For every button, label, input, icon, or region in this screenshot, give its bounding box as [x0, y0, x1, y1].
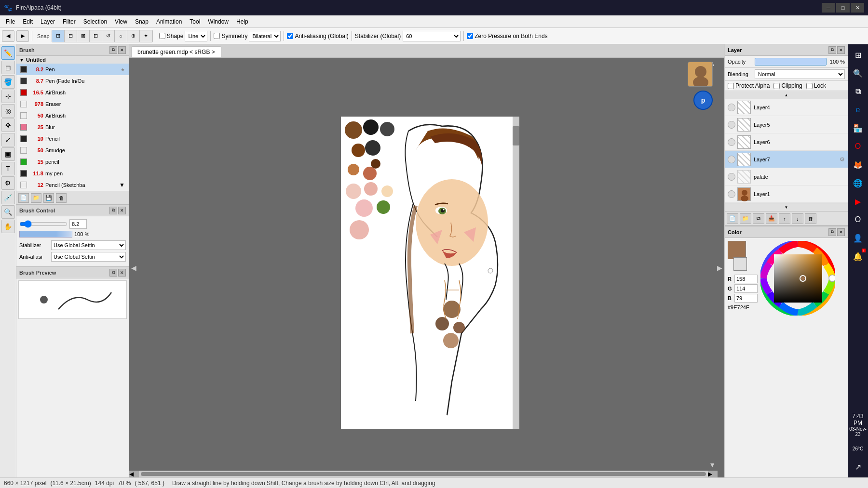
titlebar-controls[interactable]: ─ □ ✕: [822, 3, 864, 13]
brush-folder-button[interactable]: 📁: [31, 193, 41, 203]
canvas-scroll-area[interactable]: ◀ ▶ ▲ ▼ p: [129, 58, 724, 477]
share-button[interactable]: ↗: [849, 458, 867, 475]
canvas-drawing[interactable]: [341, 117, 513, 429]
brand-logo-button[interactable]: p: [693, 91, 713, 110]
zoom-tool[interactable]: 🔍: [1, 205, 15, 219]
lock-check[interactable]: [806, 83, 813, 89]
snap-btn-1[interactable]: ⊞: [52, 30, 65, 42]
symmetry-check[interactable]: [214, 33, 220, 39]
brush-item-4[interactable]: 50 AirBrush: [16, 110, 129, 121]
canvas-scroll-right[interactable]: ▶: [717, 264, 722, 272]
layer-eye-layer6[interactable]: [728, 138, 735, 146]
opera-gx-button[interactable]: O: [849, 211, 867, 228]
antialias-check[interactable]: [287, 33, 293, 39]
menu-file[interactable]: File: [2, 17, 19, 26]
menu-snap[interactable]: Snap: [131, 17, 152, 26]
brush-delete-button[interactable]: 🗑: [56, 193, 67, 203]
layer-duplicate-button[interactable]: ⧉: [753, 213, 764, 224]
weather-button[interactable]: 26°C: [849, 440, 867, 457]
brush-item-9[interactable]: 11.8 my pen: [16, 168, 129, 179]
color-wheel-container[interactable]: [760, 241, 838, 318]
snap-btn-8[interactable]: ✦: [140, 30, 152, 42]
menu-help[interactable]: Help: [232, 17, 252, 26]
layer-panel-close[interactable]: ✕: [837, 46, 845, 54]
b-input[interactable]: [734, 294, 758, 303]
canvas-scroll-left[interactable]: ◀: [131, 264, 136, 272]
brush-item-8[interactable]: 15 pencil: [16, 156, 129, 168]
vscrollbar-thumb[interactable]: [513, 126, 519, 145]
bg-color-swatch[interactable]: [733, 257, 747, 271]
snap-btn-7[interactable]: ⊕: [127, 30, 140, 42]
stabilizer-select[interactable]: 60: [403, 31, 461, 41]
layer-move-down-button[interactable]: ↓: [792, 213, 803, 224]
brush-panel-expand[interactable]: ⧉: [109, 46, 117, 54]
layer-move-up-button[interactable]: ↑: [779, 213, 790, 224]
gradient-tool[interactable]: ▣: [1, 147, 15, 161]
hand-tool[interactable]: ✋: [1, 220, 15, 233]
antialias-dropdown[interactable]: Use Global Settin: [51, 252, 126, 262]
snap-btn-2[interactable]: ⊟: [65, 30, 77, 42]
hscrollbar-thumb[interactable]: [141, 472, 706, 476]
brush-size-slider[interactable]: [19, 219, 68, 229]
color-panel-close[interactable]: ✕: [837, 228, 845, 236]
layer-scroll-down[interactable]: ▼: [725, 203, 848, 211]
layer-item-layer1[interactable]: Layer1: [725, 185, 848, 203]
menu-layer[interactable]: Layer: [37, 17, 59, 26]
snap-btn-4[interactable]: ⊡: [90, 30, 102, 42]
brush-group-header[interactable]: ▼ Untitled: [16, 56, 129, 64]
task-view-button[interactable]: ⧉: [849, 83, 867, 100]
color-panel-expand[interactable]: ⧉: [828, 228, 836, 236]
canvas-scroll-down[interactable]: ▼: [709, 461, 716, 469]
layer-scroll-up[interactable]: ▲: [725, 91, 848, 99]
layer-item-layer5[interactable]: Layer5: [725, 116, 848, 133]
symmetry-select[interactable]: Bilateral: [249, 31, 281, 41]
brush-item-1[interactable]: 8.7 Pen (Fade In/Ou: [16, 75, 129, 87]
brush-size-value[interactable]: [69, 219, 87, 229]
edge-browser-button[interactable]: e: [849, 101, 867, 119]
layer-item-palate[interactable]: palate: [725, 168, 848, 185]
brush-control-expand[interactable]: ⧉: [109, 207, 117, 214]
layer-import-button[interactable]: 📥: [766, 213, 777, 224]
maximize-button[interactable]: □: [836, 3, 850, 13]
text-tool[interactable]: T: [1, 162, 15, 175]
menu-window[interactable]: Window: [204, 17, 232, 26]
brush-opacity-bar[interactable]: [19, 231, 72, 237]
layer-eye-layer7[interactable]: [728, 156, 735, 163]
eyedropper-tool[interactable]: 💉: [1, 191, 15, 204]
layer-item-layer4[interactable]: Layer4: [725, 99, 848, 116]
lock-checkbox[interactable]: Lock: [806, 82, 826, 89]
brush-preview-expand[interactable]: ⧉: [109, 269, 117, 277]
brush-item-0[interactable]: 8.2 Pen ★: [16, 64, 129, 75]
snap-btn-6[interactable]: ○: [115, 30, 127, 42]
user-button[interactable]: 👤: [849, 229, 867, 247]
clipping-checkbox[interactable]: Clipping: [773, 82, 802, 89]
clipping-check[interactable]: [773, 83, 780, 89]
layer-eye-layer4[interactable]: [728, 104, 735, 111]
menu-view[interactable]: View: [111, 17, 131, 26]
youtube-button[interactable]: ▶: [849, 193, 867, 210]
move-tool[interactable]: ✥: [1, 119, 15, 132]
r-input[interactable]: [734, 275, 758, 283]
fg-color-swatch[interactable]: [728, 241, 746, 259]
eraser-tool[interactable]: ◻: [1, 61, 15, 74]
next-button[interactable]: ▶: [16, 30, 29, 42]
close-button[interactable]: ✕: [851, 3, 864, 13]
menu-edit[interactable]: Edit: [19, 17, 37, 26]
snap-tool[interactable]: ⚙: [1, 176, 15, 190]
notification-button[interactable]: 🔔!: [849, 248, 867, 265]
protect-alpha-check[interactable]: [728, 83, 734, 89]
canvas-vscrollbar[interactable]: [513, 117, 519, 429]
layer-eye-layer5[interactable]: [728, 121, 735, 129]
menu-filter[interactable]: Filter: [59, 17, 80, 26]
layer-opacity-slider[interactable]: [755, 58, 827, 66]
brush-add-button[interactable]: 📄: [18, 193, 29, 203]
opera-button[interactable]: O: [849, 138, 867, 155]
layer-panel-expand[interactable]: ⧉: [828, 46, 836, 54]
stabilizer-dropdown[interactable]: Use Global Settin: [51, 240, 126, 250]
snap-btn-3[interactable]: ⊠: [77, 30, 90, 42]
fill-tool[interactable]: 🪣: [1, 75, 15, 89]
layer-new-button[interactable]: 📄: [727, 213, 738, 224]
brush-item-7[interactable]: 50 Smudge: [16, 145, 129, 156]
hscroll-left[interactable]: ◀: [129, 471, 139, 477]
firefox-button[interactable]: 🦊: [849, 156, 867, 173]
